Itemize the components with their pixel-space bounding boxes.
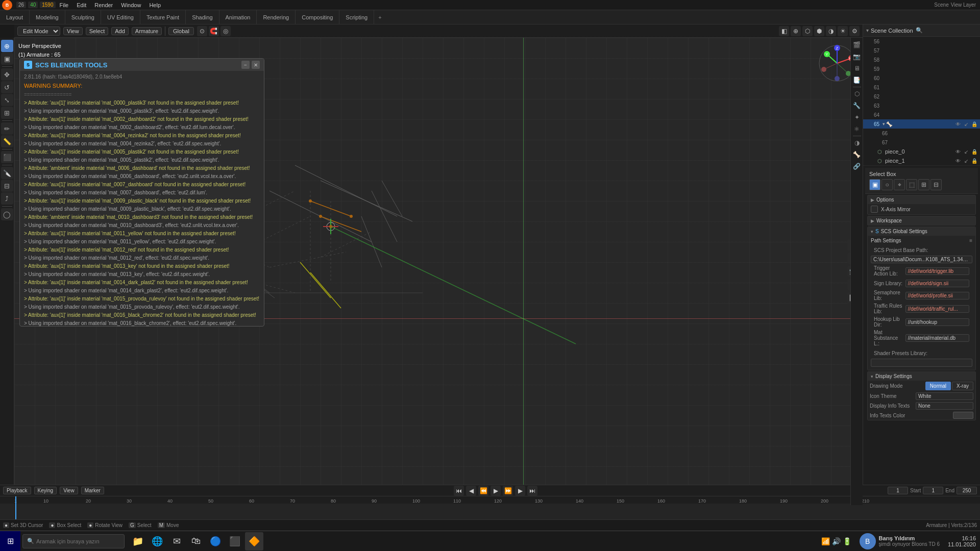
tool-smooth[interactable]: ◯ [1, 208, 13, 220]
end-frame-input[interactable]: 250 [957, 487, 977, 494]
menu-file[interactable]: File [56, 0, 73, 10]
menu-render[interactable]: Render [90, 0, 117, 10]
taskbar-chrome[interactable]: 🔵 [206, 532, 225, 550]
properties-render-icon[interactable]: 📷 [852, 52, 862, 62]
dialog-close[interactable]: ✕ [252, 61, 260, 69]
play-btn[interactable]: ▶ [491, 486, 501, 496]
keying-btn[interactable]: Keying [34, 487, 57, 494]
outliner-item-64[interactable]: 64 [863, 110, 980, 119]
select-circle-btn[interactable]: ○ [881, 179, 893, 190]
start-frame-input[interactable]: 1 [923, 487, 943, 494]
viewport-select-btn[interactable]: Select [86, 27, 109, 35]
taskbar-blender[interactable]: 🔶 [245, 532, 263, 550]
tool-cursor[interactable]: ⊕ [1, 40, 13, 52]
properties-constraints-icon[interactable]: 🔗 [852, 161, 862, 171]
properties-particles-icon[interactable]: ✦ [852, 112, 862, 122]
playback-btn[interactable]: Playback [3, 487, 31, 494]
xray-toggle[interactable]: ◧ [779, 26, 789, 36]
scs-global-header[interactable]: ▾ S SCS Global Settings [868, 227, 975, 236]
properties-modifier-icon[interactable]: 🔧 [852, 101, 862, 111]
pivot-icon[interactable]: ⊙ [197, 26, 207, 36]
traffic-rules-value[interactable]: //def/world/traffic_rul... [905, 305, 969, 313]
tool-select[interactable]: ▣ [1, 53, 13, 65]
shader-presets-input[interactable] [871, 359, 972, 367]
tab-scripting[interactable]: Scripting [339, 10, 374, 24]
sign-library-value[interactable]: //def/world/sign.sii [905, 280, 969, 287]
tool-measure[interactable]: 📏 [1, 135, 13, 147]
outliner-item-58[interactable]: 58 [863, 55, 980, 64]
tab-sculpting[interactable]: Sculpting [65, 10, 101, 24]
outliner-item-66[interactable]: 66 [863, 129, 980, 138]
mode-selector[interactable]: Edit Mode [17, 27, 60, 36]
properties-data-icon[interactable]: 🦴 [852, 149, 862, 160]
trigger-action-value[interactable]: //def/world/trigger.lib [905, 267, 969, 275]
step-back-frame-btn[interactable]: ⏪ [478, 486, 488, 496]
properties-view-layer-icon[interactable]: 📑 [852, 75, 862, 85]
tool-move[interactable]: ✥ [1, 68, 13, 81]
windows-start-button[interactable]: ⊞ [0, 531, 20, 552]
workspace-header[interactable]: ▶ Workspace [868, 216, 975, 225]
wireframe-icon[interactable]: ⬡ [802, 26, 813, 36]
outliner-lock-p0[interactable]: 🔒 [971, 148, 978, 155]
outliner-lock-p1[interactable]: 🔒 [971, 157, 978, 164]
outliner-filter-icon[interactable]: 🔍 [915, 27, 923, 35]
outliner-item-60[interactable]: 60 [863, 73, 980, 83]
marker-btn[interactable]: Marker [81, 487, 104, 494]
taskbar-edge[interactable]: 🌐 [148, 532, 166, 550]
material-icon[interactable]: ◑ [826, 26, 836, 36]
tool-annotate[interactable]: ✏ [1, 122, 13, 135]
tool-loop-cut[interactable]: ⊟ [1, 180, 13, 192]
outliner-item-57[interactable]: 57 [863, 46, 980, 55]
outliner-piece-1[interactable]: ⬡ piece_1 👁 ↙ 🔒 [863, 156, 980, 165]
tool-transform[interactable]: ⊞ [1, 107, 13, 119]
step-back-btn[interactable]: ◀ [466, 486, 476, 496]
select-lasso-btn[interactable]: ⌖ [894, 179, 905, 190]
outliner-vis-p1[interactable]: 👁 [954, 157, 962, 164]
global-btn[interactable]: Global [168, 27, 194, 35]
menu-window[interactable]: Window [117, 0, 145, 10]
properties-object-icon[interactable]: ⬡ [852, 89, 862, 99]
tool-scale[interactable]: ⤡ [1, 94, 13, 106]
user-section[interactable]: B Barış Yıldırım şimdi oynuyor Bloons TD… [855, 533, 944, 549]
select-invert-btn[interactable]: ⊟ [930, 179, 942, 190]
dialog-minimize[interactable]: − [241, 61, 250, 69]
tool-add-cube[interactable]: ⬛ [1, 151, 13, 163]
options-icon[interactable]: ⚙ [849, 26, 860, 36]
solid-icon[interactable]: ⬢ [814, 26, 824, 36]
menu-edit[interactable]: Edit [72, 0, 90, 10]
path-settings-more[interactable]: ≡ [969, 238, 972, 243]
viewport-armature-btn[interactable]: Armature [132, 27, 162, 35]
draw-mode-xray[interactable]: X-ray [952, 382, 973, 390]
tab-animation[interactable]: Animation [219, 10, 257, 24]
viewport-view-btn[interactable]: View [63, 27, 83, 35]
tab-shading[interactable]: Shading [186, 10, 219, 24]
select-box-btn[interactable]: ▣ [869, 179, 880, 190]
outliner-vis-p0[interactable]: 👁 [954, 148, 962, 155]
main-viewport[interactable]: User Perspective (1) Armature : 65 X Y Z [14, 38, 863, 505]
battery-icon[interactable]: 🔋 [843, 537, 851, 545]
draw-mode-normal[interactable]: Normal [925, 382, 951, 390]
outliner-vis-65[interactable]: 👁 [954, 120, 962, 128]
overlay-toggle[interactable]: ⊕ [791, 26, 801, 36]
outliner-item-63[interactable]: 63 [863, 101, 980, 110]
timeline-view-btn[interactable]: View [60, 487, 78, 494]
taskbar-search-input[interactable] [36, 538, 120, 544]
outliner-item-65[interactable]: 65 ▾ 🦴 👁 ↙ 🔒 [863, 119, 980, 129]
project-base-path-value[interactable]: C:\Users\usal\Docum...K108_ATS_1.34xx_ex… [871, 256, 972, 263]
icon-theme-value[interactable]: White [916, 392, 973, 400]
outliner-item-56[interactable]: 56 [863, 37, 980, 46]
outliner-item-59[interactable]: 59 [863, 64, 980, 73]
tool-knife[interactable]: 🔪 [1, 167, 13, 179]
mat-substance-value[interactable]: //material/material.db [905, 334, 969, 342]
taskbar-file-explorer[interactable]: 📁 [129, 532, 147, 550]
network-icon[interactable]: 📶 [821, 537, 830, 545]
properties-physics-icon[interactable]: ⚛ [852, 124, 862, 134]
scs-dialog-content[interactable]: 2.81.16 (hash: f1aa4d18049d), 2.0.fae8eb… [20, 71, 264, 326]
step-forward-frame-btn[interactable]: ⏩ [503, 486, 513, 496]
blender-logo[interactable]: B [2, 0, 12, 10]
taskbar-store[interactable]: 🛍 [187, 532, 205, 550]
properties-material-icon[interactable]: ◑ [852, 138, 862, 148]
properties-output-icon[interactable]: 🖥 [852, 63, 862, 73]
tab-texture-paint[interactable]: Texture Paint [140, 10, 186, 24]
jump-to-start-btn[interactable]: ⏮ [454, 486, 464, 496]
